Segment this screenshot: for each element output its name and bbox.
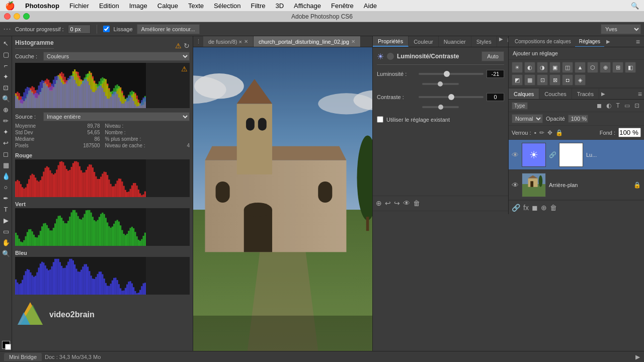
move-tool[interactable]: ↖ <box>1 38 11 48</box>
tab-couleur[interactable]: Couleur <box>409 36 439 47</box>
layer-name-background[interactable]: Arrière-plan <box>549 182 630 188</box>
comp-tab-reglages[interactable]: Réglages <box>575 36 604 47</box>
layer-delete-button[interactable]: 🗑 <box>550 204 557 212</box>
blend-mode-select[interactable]: Normal <box>512 114 543 123</box>
text-tool[interactable]: T <box>1 204 11 214</box>
adj-vibrance-icon[interactable]: ◫ <box>562 62 573 73</box>
lock-all-btn[interactable]: 🔒 <box>555 129 563 136</box>
props-add-button[interactable]: ⊕ <box>376 199 382 207</box>
eyedropper-tool[interactable]: 🔍 <box>1 94 11 104</box>
tab-left-close[interactable]: ✕ <box>244 39 248 44</box>
menu-aide[interactable]: Aide <box>359 0 382 11</box>
lasso-tool[interactable]: ⌐ <box>1 60 11 70</box>
adj-channel-mix-icon[interactable]: ◧ <box>625 62 636 73</box>
lock-paint-btn[interactable]: ✏ <box>539 129 544 136</box>
lock-move-btn[interactable]: ✥ <box>547 129 552 136</box>
menu-texte[interactable]: Texte <box>183 0 209 11</box>
adj-posterize-icon[interactable]: ▦ <box>524 74 535 85</box>
tab-styles[interactable]: Styles <box>471 36 497 47</box>
clone-stamp-tool[interactable]: ✦ <box>1 127 11 137</box>
healing-brush-tool[interactable]: ⊕ <box>1 105 11 115</box>
filter-text-btn[interactable]: T <box>615 102 621 110</box>
props-undo-button[interactable]: ↩ <box>385 199 391 207</box>
props-visibility-button[interactable]: 👁 <box>403 199 410 207</box>
adj-selective-color-icon[interactable]: ◘ <box>562 74 573 85</box>
layer-item-background[interactable]: 👁 Arrière-plan 🔒 <box>509 170 644 200</box>
tab-nuancier[interactable]: Nuancier <box>439 36 471 47</box>
hand-tool[interactable]: ✋ <box>1 237 11 247</box>
layer-type-filter[interactable]: Type <box>512 102 528 110</box>
menu-image[interactable]: Image <box>124 0 152 11</box>
tab-proprietes[interactable]: Propriétés <box>373 36 409 47</box>
ameliorer-contour-button[interactable]: Améliorer le contour... <box>137 24 200 34</box>
comp-tab-arrow[interactable]: ▶ <box>604 39 612 44</box>
search-icon[interactable]: 🔍 <box>631 2 644 10</box>
adj-levels-icon[interactable]: ◐ <box>524 62 535 73</box>
layer-eye-adjustment[interactable]: 👁 <box>512 151 519 159</box>
luminosite-slider[interactable] <box>419 73 484 75</box>
filter-smart-btn[interactable]: ⊡ <box>633 102 641 110</box>
tab-traces[interactable]: Tracés <box>572 88 599 99</box>
menu-fichier[interactable]: Fichier <box>64 0 94 11</box>
comp-menu-icon[interactable]: ≡ <box>634 38 642 46</box>
minimize-button[interactable] <box>14 13 20 20</box>
props-tab-arrow[interactable]: ▶ <box>497 36 505 47</box>
adj-threshold-icon[interactable]: ⊡ <box>537 74 548 85</box>
fg-bg-colors[interactable] <box>2 341 10 349</box>
fond-input[interactable] <box>618 128 641 137</box>
path-selection-tool[interactable]: ▶ <box>1 215 11 225</box>
adj-curves-icon[interactable]: ◑ <box>537 62 548 73</box>
close-button[interactable] <box>4 13 11 20</box>
menu-fenetre[interactable]: Fenêtre <box>326 0 359 11</box>
tab-couches[interactable]: Couches <box>539 88 572 99</box>
adj-photofilter-icon[interactable]: ⊞ <box>612 62 623 73</box>
layers-tab-arrow[interactable]: ▶ <box>599 91 607 97</box>
histogram-refresh-button[interactable]: ↻ <box>184 42 190 50</box>
layer-add-button[interactable]: ⊕ <box>541 204 547 212</box>
layer-link-button[interactable]: 🔗 <box>512 204 520 212</box>
maximize-button[interactable] <box>23 13 30 20</box>
eraser-tool[interactable]: ◻ <box>1 149 11 159</box>
props-delete-button[interactable]: 🗑 <box>413 199 420 207</box>
gradient-tool[interactable]: ▦ <box>1 160 11 170</box>
utiliser-checkbox[interactable] <box>377 116 383 123</box>
contraste-slider[interactable] <box>419 96 484 98</box>
zoom-tool[interactable]: 🔍 <box>1 248 11 258</box>
filter-pixel-btn[interactable]: ◼ <box>595 102 603 110</box>
layer-item-adjustment[interactable]: 👁 ☀ 🔗 Lu... <box>509 140 644 170</box>
layer-mask-button[interactable]: ◼ <box>532 204 538 212</box>
menu-3d[interactable]: 3D <box>270 0 289 11</box>
luminosite-value-input[interactable]: -21 <box>487 70 504 78</box>
canvas-tab-right[interactable]: church_portal_disturbing_line_02.jpg ✕ <box>254 36 361 47</box>
props-redo-button[interactable]: ↪ <box>394 199 400 207</box>
histogram-warning-icon[interactable]: ⚠ <box>175 42 182 50</box>
crop-tool[interactable]: ⊡ <box>1 82 11 93</box>
lissage-checkbox[interactable] <box>103 26 110 32</box>
brush-tool[interactable]: ✏ <box>1 116 11 126</box>
shape-tool[interactable]: ▭ <box>1 226 11 236</box>
source-select[interactable]: Image entière <box>43 112 190 121</box>
dodge-tool[interactable]: ○ <box>1 182 11 192</box>
canvas-tab-left[interactable]: de fusion/8) × ✕ <box>203 36 254 47</box>
expand-arrow[interactable]: ▶ <box>635 353 640 360</box>
auto-button[interactable]: Auto <box>481 51 504 61</box>
menu-edition[interactable]: Edition <box>94 0 124 11</box>
adj-brightness-icon[interactable]: ☀ <box>512 62 523 73</box>
adj-bw-icon[interactable]: ⊕ <box>600 62 611 73</box>
tab-right-close[interactable]: ✕ <box>351 39 355 44</box>
apple-menu[interactable]: 🍎 <box>0 1 20 11</box>
pen-tool[interactable]: ✒ <box>1 193 11 203</box>
histogram-cache-warning[interactable]: ⚠ <box>181 65 188 73</box>
filter-shape-btn[interactable]: ▭ <box>623 102 631 110</box>
lock-transparent-btn[interactable]: ▪ <box>534 129 536 136</box>
comp-tab-compositions[interactable]: Compositions de calques <box>511 36 575 47</box>
app-menu-photoshop[interactable]: Photoshop <box>20 0 64 11</box>
adj-colorbalance-icon[interactable]: ⬡ <box>587 62 598 73</box>
menu-affichage[interactable]: Affichage <box>289 0 326 11</box>
panels-toggle[interactable]: ⋮ <box>193 38 203 45</box>
selection-tool[interactable]: ▢ <box>1 49 11 59</box>
filter-adj-btn[interactable]: ◐ <box>605 102 613 110</box>
layers-menu-icon[interactable]: ≡ <box>636 90 644 98</box>
contour-value-input[interactable] <box>68 25 91 34</box>
couche-select[interactable]: Couleurs <box>43 52 190 61</box>
